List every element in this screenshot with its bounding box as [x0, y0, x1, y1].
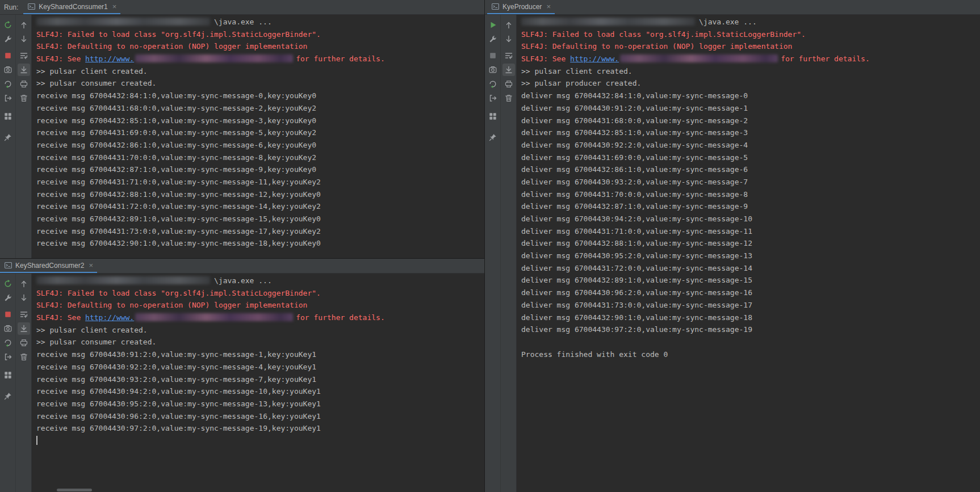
down-stack-icon[interactable] — [18, 292, 30, 304]
scroll-end-icon[interactable] — [18, 64, 30, 76]
slf4j-details-link[interactable]: http://www. — [570, 54, 619, 63]
pane-consumer2: KeySharedConsumer2 × \java.exe ...SLF4J:… — [0, 258, 484, 492]
command-tail: \java.exe ... — [214, 18, 272, 26]
console-line: receive msg 67004430:95:2:0,value:my-syn… — [36, 398, 484, 410]
down-stack-icon[interactable] — [502, 33, 515, 45]
tab-keysharedconsumer2[interactable]: KeySharedConsumer2 × — [0, 259, 97, 273]
soft-wrap-icon[interactable] — [18, 49, 30, 62]
console-caret — [36, 436, 37, 445]
console-line: >> pulsar producer created. — [521, 77, 980, 90]
slf4j-details-link[interactable]: http://www. — [85, 54, 134, 63]
close-tab-icon[interactable]: × — [112, 3, 117, 10]
console-line: deliver msg 67004430:97:2:0,value:my-syn… — [521, 323, 980, 336]
console-line: >> pulsar client created. — [36, 65, 484, 78]
console-line: deliver msg 67004432:84:1:0,value:my-syn… — [521, 90, 980, 102]
print-icon[interactable] — [18, 78, 30, 90]
console-line: SLF4J: See http://www.for further detail… — [36, 53, 484, 65]
print-icon[interactable] — [502, 78, 515, 90]
pane-producer: KyeProducer × \java.exe ...SLF4J: Failed… — [485, 0, 980, 492]
tab-keysharedconsumer1[interactable]: KeySharedConsumer1 × — [23, 0, 120, 14]
toolbar-column-c1 — [0, 274, 16, 492]
settings-wrench-icon[interactable] — [2, 33, 14, 45]
up-stack-icon[interactable] — [18, 277, 30, 290]
pane-body: \java.exe ...SLF4J: Failed to load class… — [0, 15, 484, 258]
console-line: SLF4J: Failed to load class "org.slf4j.i… — [36, 28, 484, 41]
console-line: receive msg 67004431:73:0:0,value:my-syn… — [36, 225, 484, 238]
blurred-path — [36, 276, 210, 284]
run-tool-window: Run: KeySharedConsumer1 × \java.exe ...S… — [0, 0, 980, 492]
rerun-icon[interactable] — [2, 19, 14, 31]
up-stack-icon[interactable] — [502, 19, 515, 31]
down-stack-icon[interactable] — [18, 33, 30, 45]
clear-icon[interactable] — [502, 92, 515, 104]
pin-icon[interactable] — [2, 131, 14, 144]
console-tab-icon — [27, 2, 36, 11]
soft-wrap-icon[interactable] — [18, 308, 30, 321]
console-line: deliver msg 67004432:88:1:0,value:my-syn… — [521, 237, 980, 250]
restore-layout-icon[interactable] — [2, 369, 14, 381]
restart-icon[interactable] — [2, 337, 14, 349]
settings-wrench-icon[interactable] — [487, 33, 499, 45]
scroll-end-icon[interactable] — [502, 64, 515, 76]
console-line: receive msg 67004432:90:1:0,value:my-syn… — [36, 237, 484, 250]
stop-icon[interactable] — [2, 308, 14, 321]
console-line: deliver msg 67004431:72:0:0,value:my-syn… — [521, 262, 980, 275]
console-toolbar-consumer2 — [0, 274, 32, 492]
soft-wrap-icon[interactable] — [502, 49, 515, 62]
console-line: >> pulsar consumer created. — [36, 77, 484, 90]
console-line: >> pulsar client created. — [521, 65, 980, 78]
command-line: \java.exe ... — [521, 16, 980, 28]
console-line: receive msg 67004430:92:2:0,value:my-syn… — [36, 361, 484, 373]
console-output-consumer2: \java.exe ...SLF4J: Failed to load class… — [32, 274, 484, 492]
exit-icon[interactable] — [487, 92, 499, 104]
console-toolbar-consumer1 — [0, 15, 32, 258]
restart-icon[interactable] — [487, 78, 499, 90]
dump-threads-icon[interactable] — [487, 64, 499, 76]
clear-icon[interactable] — [18, 92, 30, 104]
toolbar-column-c1 — [0, 15, 16, 258]
command-line: \java.exe ... — [36, 275, 484, 287]
console-line: SLF4J: Defaulting to no-operation (NOP) … — [521, 40, 980, 53]
scroll-end-icon[interactable] — [18, 322, 30, 335]
stop-disabled-icon[interactable] — [487, 49, 499, 62]
close-tab-icon[interactable]: × — [89, 262, 93, 269]
stop-icon[interactable] — [2, 49, 14, 62]
blurred-url — [135, 54, 293, 62]
clear-icon[interactable] — [18, 351, 30, 363]
slf4j-details-link[interactable]: http://www. — [85, 313, 134, 322]
blurred-url — [135, 313, 293, 321]
console-line: SLF4J: Defaulting to no-operation (NOP) … — [36, 299, 484, 312]
console-line: receive msg 67004431:70:0:0,value:my-syn… — [36, 152, 484, 164]
exit-icon[interactable] — [2, 351, 14, 363]
horizontal-scrollbar-thumb[interactable] — [57, 489, 92, 491]
console-line: deliver msg 67004432:89:1:0,value:my-syn… — [521, 274, 980, 287]
run-label: Run: — [0, 0, 23, 14]
print-icon[interactable] — [18, 337, 30, 349]
console-line: deliver msg 67004431:71:0:0,value:my-syn… — [521, 225, 980, 238]
pin-icon[interactable] — [487, 131, 499, 144]
restart-icon[interactable] — [2, 78, 14, 90]
console-line: deliver msg 67004432:87:1:0,value:my-syn… — [521, 200, 980, 213]
rerun-icon[interactable] — [2, 277, 14, 290]
console-line: deliver msg 67004431:73:0:0,value:my-syn… — [521, 299, 980, 312]
console-line: SLF4J: Defaulting to no-operation (NOP) … — [36, 40, 484, 53]
dump-threads-icon[interactable] — [2, 322, 14, 335]
run-icon[interactable] — [487, 19, 499, 31]
console-line: Process finished with exit code 0 — [521, 348, 980, 361]
up-stack-icon[interactable] — [18, 19, 30, 31]
pane-body: \java.exe ...SLF4J: Failed to load class… — [0, 274, 484, 492]
console-line: deliver msg 67004430:96:2:0,value:my-syn… — [521, 287, 980, 299]
console-line: receive msg 67004432:85:1:0,value:my-syn… — [36, 115, 484, 127]
dump-threads-icon[interactable] — [2, 64, 14, 76]
pin-icon[interactable] — [2, 390, 14, 402]
restore-layout-icon[interactable] — [2, 110, 14, 123]
tab-kyeproducer[interactable]: KyeProducer × — [487, 0, 555, 14]
close-tab-icon[interactable]: × — [546, 3, 551, 10]
console-line: receive msg 67004430:91:2:0,value:my-syn… — [36, 348, 484, 361]
console-line: deliver msg 67004431:68:0:0,value:my-syn… — [521, 115, 980, 127]
tabbar-producer: KyeProducer × — [485, 0, 980, 15]
tab-label: KyeProducer — [502, 3, 542, 11]
exit-icon[interactable] — [2, 92, 14, 104]
restore-layout-icon[interactable] — [487, 110, 499, 123]
settings-wrench-icon[interactable] — [2, 292, 14, 304]
